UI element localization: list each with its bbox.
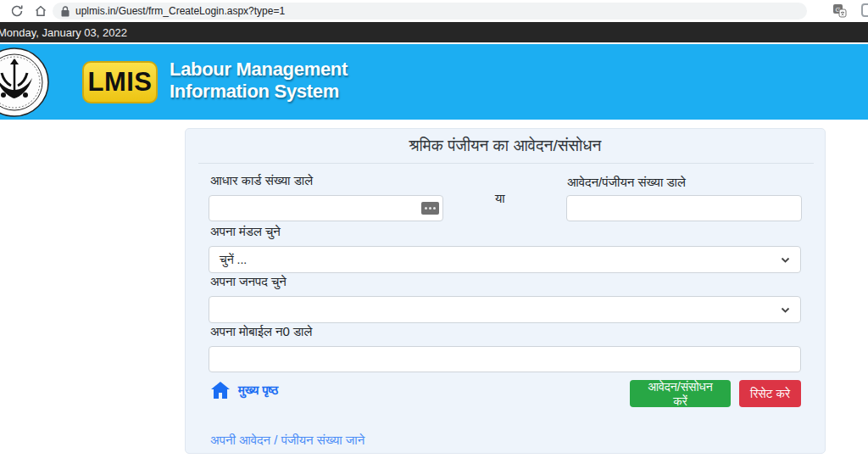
site-title-line2: Information System <box>170 81 348 103</box>
browser-toolbar: uplmis.in/Guest/frm_CreateLogin.aspx?typ… <box>0 0 868 22</box>
address-bar[interactable]: uplmis.in/Guest/frm_CreateLogin.aspx?typ… <box>53 3 807 20</box>
chevron-down-icon <box>780 254 791 265</box>
up-government-emblem <box>0 48 49 117</box>
application-number-input[interactable] <box>566 195 802 221</box>
url-text[interactable]: uplmis.in/Guest/frm_CreateLogin.aspx?typ… <box>75 5 285 17</box>
mobile-input[interactable] <box>209 346 801 372</box>
site-title-line1: Labour Management <box>170 59 348 81</box>
date-bar: Monday, January 03, 2022 <box>0 22 868 42</box>
reset-button[interactable]: रिसेट करे <box>739 380 801 407</box>
title-divider <box>198 163 814 164</box>
site-header: LMIS Labour Management Information Syste… <box>0 44 868 120</box>
extension-icon[interactable] <box>861 3 868 17</box>
submit-button[interactable]: आवेदन/संसोधन करें <box>630 380 731 407</box>
or-text: या <box>495 191 505 206</box>
chevron-down-icon <box>780 305 791 316</box>
translate-icon[interactable]: G <box>832 3 847 18</box>
division-label: अपना मंडल चुने <box>210 224 281 239</box>
autofill-keypad-icon[interactable] <box>421 202 439 215</box>
lmis-badge-text: LMIS <box>87 67 152 98</box>
home-link-label: मुख्य पृष्ठ <box>238 383 278 398</box>
lock-icon[interactable] <box>61 6 70 17</box>
district-label: अपना जनपद चुने <box>210 274 287 289</box>
registration-form-panel: श्रमिक पंजीयन का आवेदन/संसोधन आधार कार्ड… <box>185 128 826 454</box>
division-select[interactable]: चुनें ... <box>209 246 801 273</box>
division-selected-value: चुनें ... <box>220 253 247 267</box>
date-text: Monday, January 03, 2022 <box>0 26 127 39</box>
know-application-number-link[interactable]: अपनी आवेदन / पंजीयन संख्या जाने <box>210 433 364 448</box>
aadhaar-label: आधार कार्ड संख्या डाले <box>210 173 313 188</box>
site-title: Labour Management Information System <box>170 59 348 103</box>
browser-home-icon[interactable] <box>34 4 47 18</box>
refresh-icon[interactable] <box>10 4 24 18</box>
aadhaar-input[interactable] <box>209 195 443 221</box>
home-page-link[interactable]: मुख्य पृष्ठ <box>210 381 278 400</box>
lmis-badge: LMIS <box>82 61 158 103</box>
form-title: श्रमिक पंजीयन का आवेदन/संसोधन <box>186 137 825 155</box>
home-icon <box>210 381 231 400</box>
district-select[interactable] <box>209 296 801 323</box>
application-number-label: आवेदन/पंजीयन संख्या डाले <box>567 175 686 190</box>
page: uplmis.in/Guest/frm_CreateLogin.aspx?typ… <box>0 0 868 475</box>
mobile-label: अपना मोबाईल न0 डाले <box>210 324 312 339</box>
